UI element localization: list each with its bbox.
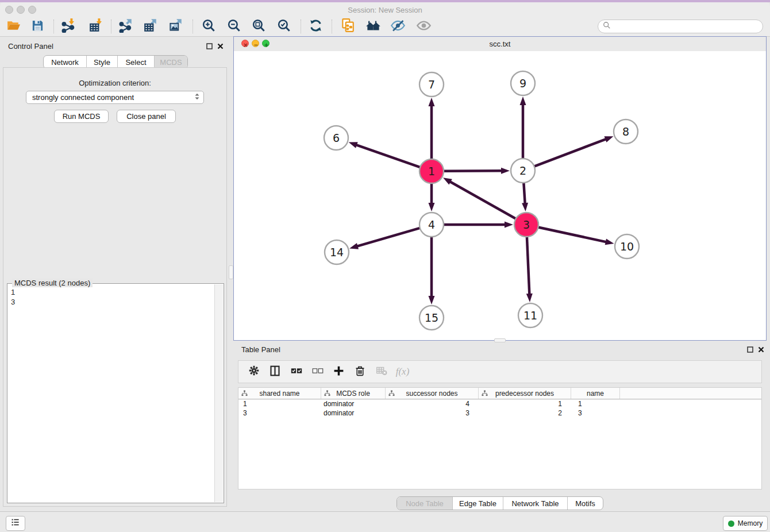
graph-node-label: 10 (620, 240, 634, 253)
graph-node-10[interactable]: 10 (615, 234, 639, 259)
task-history-button[interactable] (6, 516, 25, 531)
column-header-successor-nodes[interactable]: successor nodes (386, 388, 479, 399)
float-icon (206, 42, 213, 49)
zoom-in-button[interactable] (198, 18, 220, 35)
graph-node-7[interactable]: 7 (419, 72, 444, 97)
table-row[interactable]: 3 dominator 3 2 3 (238, 408, 761, 418)
column-label: name (587, 390, 604, 398)
table-panel-float-button[interactable] (746, 345, 754, 356)
tab-mcds[interactable]: MCDS (154, 56, 187, 68)
tab-style[interactable]: Style (86, 56, 117, 68)
tab-network-table[interactable]: Network Table (503, 497, 567, 510)
mcds-result-lines: 13 (11, 287, 15, 307)
graph-edge-2-9[interactable] (520, 97, 526, 159)
graph-node-2[interactable]: 2 (511, 159, 535, 183)
save-session-button[interactable] (26, 18, 48, 35)
graph-node-1[interactable]: 1 (419, 159, 444, 183)
column-label: predecessor nodes (495, 390, 554, 398)
control-panel-float-button[interactable] (206, 42, 213, 52)
export-table-button[interactable] (140, 18, 161, 35)
graph-node-6[interactable]: 6 (324, 126, 348, 150)
column-header-shared-name[interactable]: shared name (238, 388, 321, 399)
hide-selected-button[interactable] (387, 18, 409, 35)
graph-edge-1-7[interactable] (429, 98, 435, 159)
graph-edge-1-2[interactable] (444, 168, 510, 174)
graph-edge-1-6[interactable] (349, 142, 420, 167)
table-row[interactable]: 1 dominator 4 1 1 (238, 399, 761, 408)
memory-button[interactable]: Memory (723, 516, 768, 531)
graph-node-label: 3 (523, 218, 530, 231)
graph-node-14[interactable]: 14 (325, 240, 349, 264)
table-toolbar: f(x) (238, 360, 762, 383)
import-table-button[interactable] (85, 18, 107, 35)
graph-edge-3-11[interactable] (526, 237, 533, 302)
graph-node-9[interactable]: 9 (511, 71, 535, 95)
table-panel-title: Table Panel (241, 345, 280, 354)
table-import-icon (88, 18, 103, 35)
table-panel-close-button[interactable] (757, 345, 765, 356)
result-scrollbar[interactable] (214, 284, 223, 502)
search-field[interactable] (598, 20, 763, 33)
add-row-button[interactable] (328, 363, 349, 381)
zoom-fit-icon (252, 18, 266, 35)
network-window-title: scc.txt (234, 40, 766, 48)
graph-edge-4-3[interactable] (444, 222, 513, 228)
zoom-selected-button[interactable] (273, 18, 295, 35)
table-settings-button[interactable] (243, 363, 264, 381)
graph-node-11[interactable]: 11 (518, 303, 542, 327)
export-network-button[interactable] (115, 18, 137, 35)
graph-node-15[interactable]: 15 (419, 306, 444, 330)
graph-edge-2-3[interactable] (522, 183, 528, 211)
graph-node-4[interactable]: 4 (419, 213, 444, 237)
network-canvas[interactable]: 7968124314101511 (234, 51, 766, 340)
column-fork-icon (241, 390, 248, 398)
column-header-predecessor-nodes[interactable]: predecessor nodes (479, 388, 571, 399)
deselect-all-button[interactable] (307, 363, 328, 381)
float-icon (746, 345, 754, 353)
graph-node-8[interactable]: 8 (614, 119, 638, 144)
graph-edge-4-15[interactable] (429, 237, 435, 304)
tab-edge-table[interactable]: Edge Table (452, 497, 503, 510)
application-window: Session: New Session (0, 0, 770, 532)
graph-edge-2-8[interactable] (534, 136, 614, 166)
column-header-name[interactable]: name (571, 388, 620, 399)
graph-edge-3-1[interactable] (443, 178, 516, 218)
graph-node-label: 14 (330, 246, 344, 259)
first-neighbors-button[interactable] (362, 18, 384, 35)
network-window-titlebar[interactable]: scc.txt (234, 37, 766, 52)
control-panel-close-button[interactable] (217, 42, 224, 52)
gear-icon (248, 364, 260, 379)
zoom-fit-button[interactable] (248, 18, 270, 35)
columns-icon (269, 365, 281, 379)
criterion-dropdown[interactable]: strongly connected component (26, 91, 204, 104)
show-all-button[interactable] (413, 18, 434, 35)
close-panel-button[interactable]: Close panel (117, 110, 176, 123)
column-label: MCDS role (336, 390, 370, 398)
toolbar-separator (192, 20, 193, 33)
column-header-mcds-role[interactable]: MCDS role (321, 388, 386, 399)
search-input[interactable] (614, 22, 758, 32)
houses-icon (365, 18, 381, 36)
tab-select[interactable]: Select (117, 56, 154, 68)
open-session-button[interactable] (2, 18, 24, 35)
network-canvas-svg: 7968124314101511 (234, 51, 766, 340)
graph-edge-1-4[interactable] (429, 183, 435, 211)
tab-node-table[interactable]: Node Table (397, 497, 452, 510)
cell-predecessor-nodes: 2 (479, 409, 571, 417)
delete-row-button[interactable] (349, 363, 371, 381)
tab-network[interactable]: Network (44, 56, 86, 68)
graph-node-3[interactable]: 3 (514, 213, 538, 237)
export-image-button[interactable] (165, 18, 187, 35)
show-columns-button[interactable] (264, 363, 286, 381)
zoom-out-button[interactable] (223, 18, 245, 35)
select-all-button[interactable] (286, 363, 307, 381)
graph-edge-3-10[interactable] (538, 227, 614, 245)
run-mcds-button[interactable]: Run MCDS (54, 110, 109, 123)
graph-edge-4-14[interactable] (349, 228, 420, 249)
tab-motifs[interactable]: Motifs (567, 497, 603, 510)
cell-successor-nodes: 4 (386, 400, 479, 408)
clone-network-button[interactable] (337, 18, 359, 35)
import-network-button[interactable] (57, 18, 79, 35)
apply-layout-button[interactable] (305, 18, 326, 35)
vertical-splitter-handle[interactable] (229, 265, 233, 279)
